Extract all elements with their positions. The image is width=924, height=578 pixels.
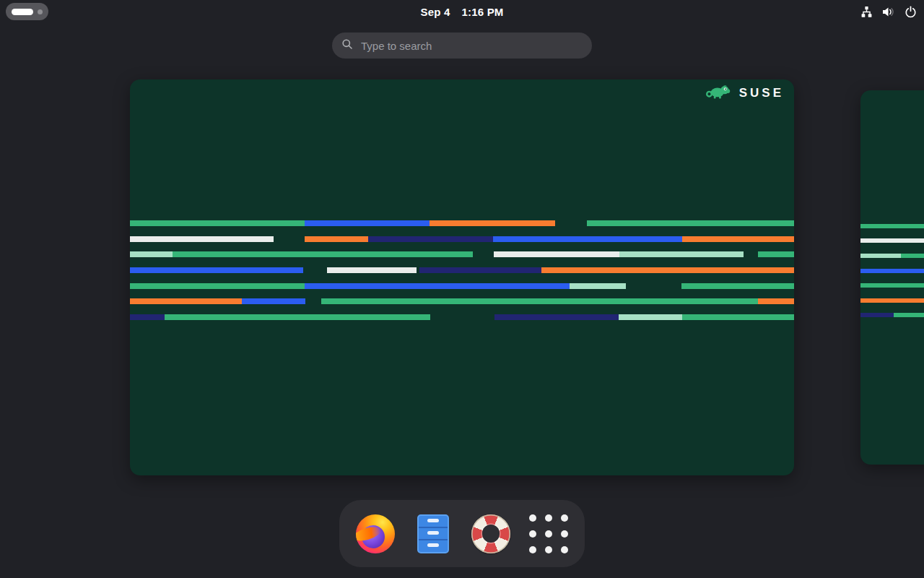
console-bar-white: [327, 267, 417, 273]
system-status-area: [860, 0, 917, 23]
firefox-icon: [356, 514, 395, 553]
suse-logo: SUSE: [705, 83, 784, 103]
console-bar-mint: [570, 283, 626, 289]
app-grid-dot: [529, 514, 536, 522]
app-grid-icon: [529, 514, 568, 553]
app-grid-dot: [529, 546, 536, 553]
search-icon: [341, 38, 353, 53]
console-bar-green: [860, 283, 924, 288]
console-bar-green: [901, 254, 924, 258]
power-icon[interactable]: [905, 6, 917, 18]
console-bar-green: [894, 313, 924, 317]
suse-console-window-partial[interactable]: [860, 90, 924, 465]
console-bar-white: [494, 251, 619, 257]
console-bar-mint: [130, 251, 173, 257]
files-drawer: [419, 516, 448, 528]
console-bar-green: [758, 251, 794, 257]
console-bar-white: [860, 238, 924, 243]
console-bar-orange: [430, 220, 555, 226]
app-grid-dot: [561, 546, 568, 553]
console-bar-orange: [682, 236, 794, 242]
app-grid-dot: [561, 530, 568, 538]
console-bar-blue: [493, 236, 682, 242]
files-icon: [417, 514, 449, 553]
app-grid-dot: [545, 546, 552, 553]
clock-date: Sep 4: [420, 6, 450, 18]
clock-time: 1:16 PM: [461, 6, 503, 18]
app-grid-dot: [529, 530, 536, 538]
dock: [339, 500, 585, 567]
console-bar-navy: [494, 314, 619, 320]
console-bar-green: [130, 283, 305, 289]
console-bar-orange: [860, 298, 924, 303]
gnome-activities-overview: { "colors": { "background": "#202126", "…: [0, 0, 924, 578]
console-bar-blue: [860, 269, 924, 273]
dock-item-help[interactable]: [471, 514, 511, 554]
drawer-handle: [427, 543, 439, 547]
drawer-handle: [427, 519, 439, 522]
console-bar-green: [682, 314, 794, 320]
console-bar-blue: [242, 298, 305, 304]
files-drawer: [419, 528, 448, 540]
top-bar: Sep 4 1:16 PM: [0, 0, 924, 23]
drawer-handle: [427, 531, 439, 535]
console-bar-green: [173, 251, 473, 257]
console-bar-mint: [860, 254, 901, 258]
console-bar-orange: [305, 236, 368, 242]
dock-item-show-applications[interactable]: [528, 514, 569, 554]
suse-console-window[interactable]: SUSE: [130, 79, 794, 475]
console-bar-navy: [860, 313, 894, 317]
console-bar-green: [130, 220, 305, 226]
console-bars-layer: [860, 90, 924, 465]
console-bar-blue: [305, 283, 570, 289]
volume-icon[interactable]: [882, 6, 895, 18]
dock-item-files[interactable]: [413, 514, 453, 554]
app-grid-dot: [545, 530, 552, 538]
console-bar-green: [681, 283, 794, 289]
help-lifebuoy-icon: [471, 514, 510, 553]
search-bar: [332, 33, 592, 59]
console-bar-blue: [305, 220, 430, 226]
wired-network-icon[interactable]: [860, 6, 873, 18]
console-bar-green: [587, 220, 794, 226]
console-bar-orange: [758, 298, 794, 304]
dock-item-firefox[interactable]: [355, 514, 396, 554]
clock[interactable]: Sep 4 1:16 PM: [0, 0, 924, 23]
suse-chameleon-icon: [705, 83, 734, 103]
console-bar-white: [130, 236, 274, 242]
console-bar-mint: [619, 251, 744, 257]
console-bar-green: [321, 298, 758, 304]
console-bar-navy: [368, 236, 493, 242]
console-bars-layer: [130, 79, 794, 475]
console-bar-green: [165, 314, 430, 320]
search-input[interactable]: [359, 39, 583, 53]
console-bar-blue: [130, 267, 303, 273]
console-bar-orange: [541, 267, 794, 273]
app-grid-dot: [545, 514, 552, 522]
files-drawer: [419, 540, 448, 551]
console-bar-navy: [130, 314, 165, 320]
console-bar-green: [860, 224, 924, 228]
console-bar-orange: [130, 298, 242, 304]
app-grid-dot: [561, 514, 568, 522]
console-bar-mint: [619, 314, 682, 320]
suse-logo-text: SUSE: [739, 86, 784, 100]
console-bar-navy: [419, 267, 541, 273]
